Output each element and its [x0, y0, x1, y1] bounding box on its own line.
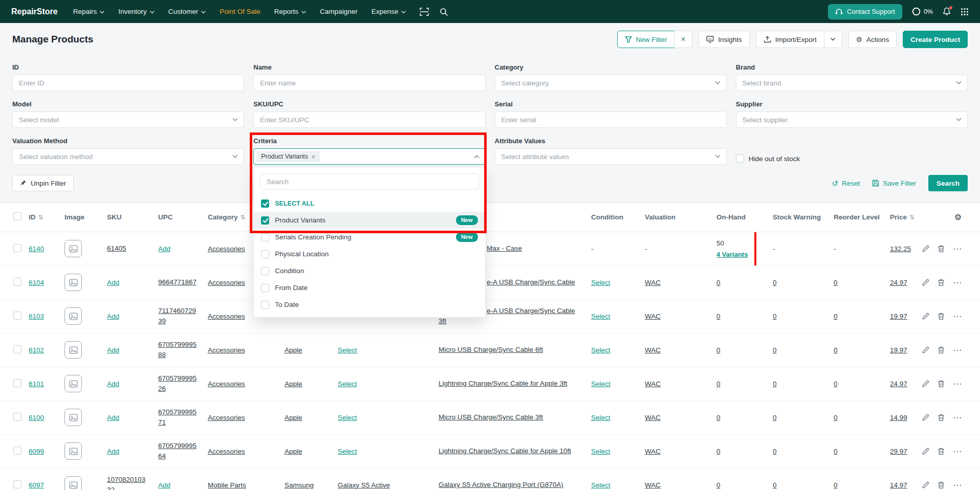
condition-select-link[interactable]: Select	[591, 313, 611, 320]
upc-link[interactable]: 670579999564	[158, 441, 208, 461]
more-actions-icon[interactable]: ⋯	[953, 481, 962, 489]
onhand-link[interactable]: 0	[716, 279, 721, 286]
price-link[interactable]: 24.97	[890, 279, 907, 286]
category-link[interactable]: Accessories	[208, 380, 245, 388]
import-export-button[interactable]: Import/Export	[756, 31, 824, 48]
variants-link[interactable]: 4 Variants	[716, 251, 773, 258]
row-checkbox[interactable]	[13, 413, 21, 421]
valuation-link[interactable]: WAC	[645, 481, 661, 489]
condition-select-link[interactable]: Select	[591, 279, 611, 286]
stock-warning-link[interactable]: 0	[773, 448, 777, 455]
price-link[interactable]: 14.97	[890, 481, 907, 489]
delete-icon[interactable]	[938, 346, 945, 354]
valuation-link[interactable]: WAC	[645, 414, 661, 421]
product-id-link[interactable]: 6099	[29, 448, 44, 455]
category-link[interactable]: Mobile Parts	[208, 481, 246, 489]
row-checkbox[interactable]	[13, 345, 21, 353]
model-select[interactable]: Select model	[12, 112, 244, 128]
price-link[interactable]: 29.97	[890, 448, 907, 455]
select-all-option[interactable]: SELECT ALL	[254, 195, 485, 212]
device-link[interactable]: Select	[338, 414, 357, 421]
price-link[interactable]: 14.99	[890, 414, 907, 421]
product-image-placeholder[interactable]	[64, 442, 82, 460]
delete-icon[interactable]	[938, 481, 945, 489]
more-actions-icon[interactable]: ⋯	[953, 413, 962, 422]
onhand-link[interactable]: 0	[716, 380, 721, 388]
reorder-level-link[interactable]: 0	[834, 448, 838, 455]
product-id-link[interactable]: 6101	[29, 380, 44, 388]
valuation-link[interactable]: WAC	[645, 448, 661, 455]
stock-warning-link[interactable]: 0	[773, 380, 777, 388]
price-link[interactable]: 19.97	[890, 313, 907, 320]
sku-link[interactable]: 61405	[107, 243, 158, 254]
category-link[interactable]: Accessories	[208, 313, 245, 320]
stock-warning-link[interactable]: 0	[773, 279, 777, 286]
category-select[interactable]: Select category	[495, 75, 727, 91]
more-actions-icon[interactable]: ⋯	[953, 447, 962, 456]
upc-link[interactable]: 711746072939	[158, 306, 208, 326]
search-icon[interactable]	[440, 8, 448, 16]
col-header-id[interactable]: ID⇅	[29, 203, 64, 232]
more-actions-icon[interactable]: ⋯	[953, 278, 962, 287]
reorder-level-link[interactable]: 0	[834, 380, 838, 388]
onhand-link[interactable]: 0	[716, 414, 721, 421]
product-name-link[interactable]: Micro USB Charge/Sync Cable 3ft	[439, 412, 591, 422]
stock-warning-link[interactable]: 0	[773, 414, 777, 421]
unpin-filter-button[interactable]: Unpin Filter	[12, 175, 74, 191]
search-button[interactable]: Search	[928, 175, 968, 191]
valuation-link[interactable]: WAC	[645, 380, 661, 388]
create-product-button[interactable]: Create Product	[903, 31, 968, 48]
price-link[interactable]: 24.97	[890, 380, 907, 388]
edit-icon[interactable]	[922, 313, 929, 320]
sku-link[interactable]: 107082010332	[107, 475, 158, 490]
nav-item-customer[interactable]: Customer	[168, 8, 206, 15]
attribute-values-select[interactable]: Select attribute values	[495, 148, 727, 165]
option-checkbox[interactable]	[261, 284, 269, 292]
product-id-link[interactable]: 6100	[29, 414, 44, 421]
more-actions-icon[interactable]: ⋯	[953, 346, 962, 354]
barcode-scan-icon[interactable]	[420, 8, 429, 16]
condition-select-link[interactable]: Select	[591, 448, 611, 455]
condition-select-link[interactable]: Select	[591, 346, 611, 354]
product-name-link[interactable]: Lightning Charge/Sync Cable for Apple 3f…	[439, 378, 591, 389]
edit-icon[interactable]	[922, 380, 929, 388]
nav-item-reports[interactable]: Reports	[274, 8, 306, 15]
dropdown-option-physical-location[interactable]: Physical Location	[254, 246, 485, 262]
product-id-link[interactable]: 6097	[29, 481, 44, 489]
dropdown-option-from-date[interactable]: From Date	[254, 279, 485, 296]
clear-filter-button[interactable]: ×	[674, 31, 692, 48]
dropdown-option-product-variants[interactable]: Product Variants New	[254, 212, 485, 229]
device-link[interactable]: Galaxy S5 Active	[338, 481, 390, 489]
product-image-placeholder[interactable]	[64, 409, 82, 426]
onhand-link[interactable]: 0	[716, 481, 721, 489]
dropdown-option-serials-creation-pending[interactable]: Serials Creation Pending New	[254, 229, 485, 246]
serial-input[interactable]	[495, 112, 727, 128]
product-image-placeholder[interactable]	[64, 240, 82, 257]
product-image-placeholder[interactable]	[64, 341, 82, 359]
sku-upc-input[interactable]	[253, 112, 485, 128]
delete-icon[interactable]	[938, 448, 945, 455]
edit-icon[interactable]	[922, 245, 929, 253]
product-image-placeholder[interactable]	[64, 274, 82, 291]
nav-item-inventory[interactable]: Inventory	[118, 8, 155, 15]
option-checkbox[interactable]	[261, 250, 269, 258]
upc-link[interactable]: Add	[158, 245, 170, 253]
nav-item-point-of-sale[interactable]: Point Of Sale	[220, 8, 260, 15]
valuation-link[interactable]: WAC	[645, 313, 661, 320]
stock-warning-link[interactable]: 0	[773, 481, 777, 489]
hide-out-of-stock-checkbox[interactable]	[736, 154, 744, 163]
nav-item-repairs[interactable]: Repairs	[73, 8, 105, 15]
more-actions-icon[interactable]: ⋯	[953, 312, 962, 321]
category-link[interactable]: Accessories	[208, 448, 245, 455]
select-all-checkbox[interactable]	[261, 199, 269, 208]
edit-icon[interactable]	[922, 279, 929, 286]
sku-link[interactable]: Add	[107, 279, 119, 286]
edit-icon[interactable]	[922, 481, 929, 489]
insights-button[interactable]: Insights	[699, 31, 750, 48]
upc-link[interactable]: 9664771867	[158, 277, 208, 287]
reorder-level-link[interactable]: 0	[834, 313, 838, 320]
condition-select-link[interactable]: Select	[591, 414, 611, 421]
apps-grid-icon[interactable]	[961, 8, 969, 16]
delete-icon[interactable]	[938, 245, 945, 253]
price-link[interactable]: 19.97	[890, 346, 907, 354]
